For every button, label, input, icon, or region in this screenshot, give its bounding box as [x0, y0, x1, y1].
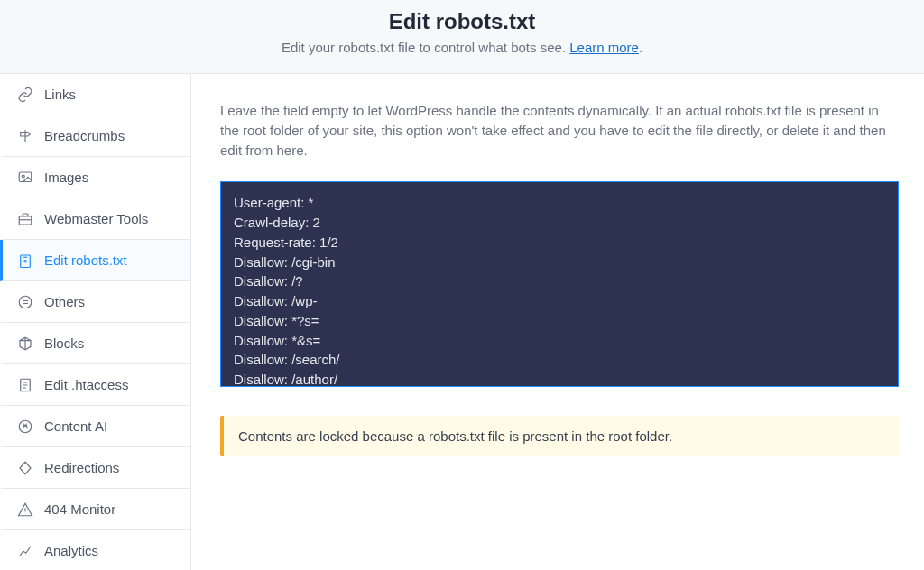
- sidebar-item-label: Redirections: [44, 460, 119, 475]
- sidebar-item-label: Analytics: [44, 543, 98, 558]
- sidebar-item-label: Others: [44, 294, 85, 309]
- sidebar-item-label: Content AI: [44, 418, 107, 434]
- sidebar-item-webmaster-tools[interactable]: Webmaster Tools: [0, 198, 190, 240]
- robots-editor-wrap: [220, 181, 899, 387]
- sidebar-item-label: Links: [44, 87, 76, 102]
- redirect-icon: [17, 460, 33, 476]
- sidebar-item-label: Breadcrumbs: [44, 128, 125, 143]
- sidebar-item-analytics[interactable]: Analytics: [0, 530, 190, 570]
- sidebar-item-links[interactable]: Links: [0, 74, 190, 115]
- signpost-icon: [17, 128, 33, 144]
- sidebar-item-blocks[interactable]: Blocks: [0, 323, 190, 364]
- sidebar-item-edit-htaccess[interactable]: Edit .htaccess: [0, 364, 190, 406]
- page-header: Edit robots.txt Edit your robots.txt fil…: [0, 0, 924, 73]
- sidebar-item-label: Images: [44, 170, 88, 185]
- main-panel: Leave the field empty to let WordPress h…: [191, 74, 924, 570]
- subtitle-post: .: [639, 40, 642, 55]
- list-icon: [17, 294, 33, 310]
- sidebar-item-label: Edit .htaccess: [44, 377, 128, 392]
- svg-point-5: [19, 296, 32, 308]
- sidebar-item-label: Edit robots.txt: [44, 253, 127, 268]
- image-icon: [17, 170, 33, 186]
- svg-point-4: [24, 260, 26, 262]
- analytics-icon: [17, 543, 33, 559]
- sidebar-item-edit-robots-txt[interactable]: Edit robots.txt: [0, 240, 190, 281]
- robots-txt-editor[interactable]: [221, 182, 898, 386]
- toolbox-icon: [17, 211, 33, 227]
- sidebar-item-content-ai[interactable]: Content AI: [0, 406, 190, 447]
- settings-sidebar: Links Breadcrumbs Images Webmaster Tools: [0, 74, 191, 570]
- svg-rect-2: [19, 216, 32, 225]
- sidebar-item-label: Webmaster Tools: [44, 211, 148, 226]
- subtitle-pre: Edit your robots.txt file to control wha…: [282, 40, 569, 55]
- blocks-icon: [17, 336, 33, 352]
- sidebar-item-404-monitor[interactable]: 404 Monitor: [0, 489, 190, 530]
- sidebar-item-others[interactable]: Others: [0, 281, 190, 323]
- link-icon: [17, 87, 33, 103]
- warning-icon: [17, 501, 33, 518]
- sidebar-item-label: 404 Monitor: [44, 501, 116, 517]
- learn-more-link[interactable]: Learn more: [569, 40, 639, 55]
- locked-notice: Contents are locked because a robots.txt…: [220, 416, 899, 456]
- sidebar-item-redirections[interactable]: Redirections: [0, 447, 190, 489]
- sidebar-item-label: Blocks: [44, 336, 84, 351]
- help-text: Leave the field empty to let WordPress h…: [220, 101, 899, 160]
- svg-point-1: [22, 175, 24, 178]
- sidebar-item-images[interactable]: Images: [0, 157, 190, 198]
- robot-file-icon: [17, 253, 33, 269]
- page-subtitle: Edit your robots.txt file to control wha…: [18, 40, 906, 55]
- sidebar-item-breadcrumbs[interactable]: Breadcrumbs: [0, 115, 190, 157]
- ai-icon: [17, 418, 33, 435]
- page-title: Edit robots.txt: [18, 9, 906, 34]
- file-text-icon: [17, 377, 33, 393]
